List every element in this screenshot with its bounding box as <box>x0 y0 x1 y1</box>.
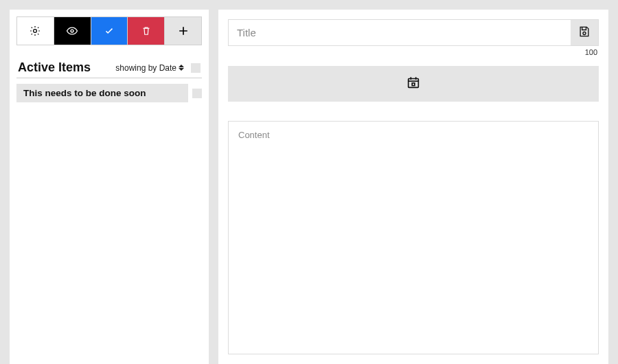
title-row <box>228 19 599 46</box>
trash-icon <box>140 25 152 37</box>
app-root: Active Items showing by Date This needs … <box>0 0 618 364</box>
svg-point-0 <box>34 30 37 33</box>
sort-arrows-icon[interactable] <box>179 64 184 72</box>
tab-done[interactable] <box>91 17 128 45</box>
check-icon <box>103 25 115 37</box>
eye-icon <box>66 25 78 37</box>
list-item: This needs to be done soon <box>16 84 202 102</box>
editor-panel: 100 <box>218 10 608 364</box>
section-title: Active Items <box>18 60 91 75</box>
svg-rect-4 <box>412 83 415 86</box>
item-toggle[interactable] <box>192 89 202 98</box>
save-icon <box>577 25 591 41</box>
tab-view[interactable] <box>54 17 91 45</box>
content-textarea[interactable] <box>228 121 599 354</box>
gear-icon <box>29 25 41 37</box>
title-input[interactable] <box>229 20 571 45</box>
save-button[interactable] <box>571 20 598 45</box>
tab-add[interactable] <box>165 17 201 45</box>
date-picker-button[interactable] <box>228 66 599 102</box>
item-title[interactable]: This needs to be done soon <box>16 84 188 102</box>
plus-icon <box>176 24 190 38</box>
header-toggle[interactable] <box>191 63 201 73</box>
title-char-counter: 100 <box>585 48 599 56</box>
svg-point-1 <box>71 30 73 32</box>
section-header: Active Items showing by Date <box>16 60 202 78</box>
sort-label[interactable]: showing by Date <box>115 63 176 73</box>
calendar-icon <box>406 75 421 93</box>
view-tabs <box>16 16 202 45</box>
side-panel: Active Items showing by Date This needs … <box>10 10 209 364</box>
svg-point-2 <box>583 32 586 34</box>
tab-settings[interactable] <box>17 17 54 45</box>
tab-trash[interactable] <box>128 17 165 45</box>
